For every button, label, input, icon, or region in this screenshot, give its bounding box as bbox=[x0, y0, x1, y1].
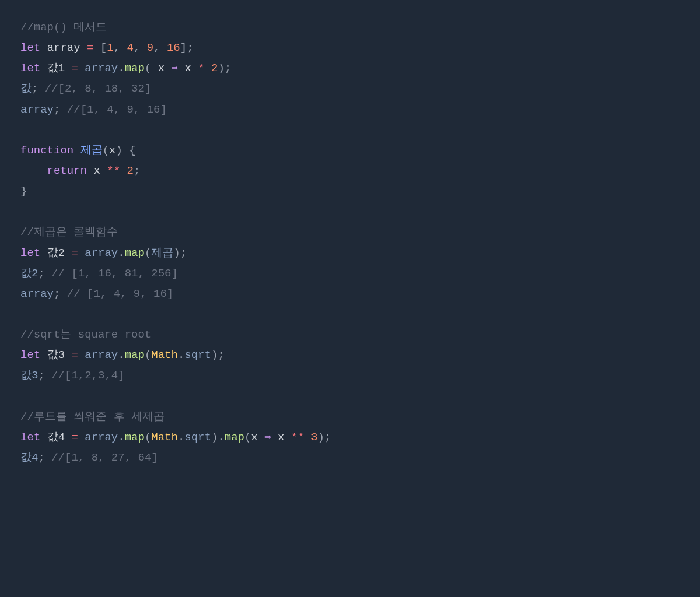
semicolon: ; bbox=[54, 287, 60, 300]
code-line-9: } bbox=[20, 181, 680, 202]
operator: * bbox=[198, 62, 204, 75]
code-line-4: 값; //[2, 8, 18, 32] bbox=[20, 79, 680, 99]
method: map bbox=[125, 431, 145, 444]
property: sqrt bbox=[184, 349, 211, 361]
code-line-11: //제곱은 콜백함수 bbox=[20, 222, 680, 243]
comma: , bbox=[114, 41, 120, 54]
semicolon: ; bbox=[32, 82, 38, 95]
code-line-1: //map() 메서드 bbox=[20, 17, 680, 38]
property: sqrt bbox=[184, 431, 211, 444]
code-line-20: //루트를 씌워준 후 세제곱 bbox=[20, 407, 680, 427]
code-line-blank bbox=[20, 304, 680, 325]
keyword-let: let bbox=[20, 41, 40, 54]
semicolon: ; bbox=[324, 431, 331, 444]
dot: . bbox=[118, 247, 124, 259]
keyword-let: let bbox=[20, 349, 40, 361]
semicolon: ; bbox=[187, 41, 193, 54]
comment: // [1, 4, 9, 16] bbox=[67, 287, 173, 300]
number: 2 bbox=[127, 164, 133, 177]
dot: . bbox=[178, 431, 184, 444]
paren: ) bbox=[218, 62, 224, 75]
function-name: 제곱 bbox=[80, 144, 103, 157]
paren: ) bbox=[116, 144, 122, 157]
operator: ** bbox=[291, 431, 304, 444]
code-editor[interactable]: //map() 메서드 let array = [1, 4, 9, 16]; l… bbox=[20, 17, 680, 468]
keyword-let: let bbox=[20, 247, 40, 259]
operator-eq: = bbox=[71, 431, 78, 444]
paren: ) bbox=[211, 431, 218, 444]
variable: array bbox=[20, 103, 54, 116]
param: x bbox=[109, 144, 116, 157]
code-line-13: 값2; // [1, 16, 81, 256] bbox=[20, 264, 680, 284]
class-name: Math bbox=[151, 349, 178, 361]
semicolon: ; bbox=[218, 349, 224, 361]
keyword-return: return bbox=[47, 164, 87, 177]
dot: . bbox=[178, 349, 184, 361]
indent bbox=[20, 164, 47, 177]
variable: x bbox=[93, 164, 100, 177]
operator-eq: = bbox=[87, 41, 93, 54]
comment: //제곱은 콜백함수 bbox=[20, 226, 118, 238]
variable: 값4 bbox=[47, 431, 65, 444]
comma: , bbox=[153, 41, 160, 54]
comment: //[1,2,3,4] bbox=[51, 369, 124, 382]
operator: ** bbox=[107, 164, 120, 177]
code-line-8: return x ** 2; bbox=[20, 161, 680, 181]
variable: 값3 bbox=[47, 349, 65, 361]
dot: . bbox=[118, 349, 124, 361]
semicolon: ; bbox=[134, 164, 140, 177]
code-line-2: let array = [1, 4, 9, 16]; bbox=[20, 38, 680, 58]
method: map bbox=[125, 62, 145, 75]
semicolon: ; bbox=[180, 247, 187, 259]
paren: ( bbox=[103, 144, 109, 157]
comment: //sqrt는 square root bbox=[20, 328, 151, 341]
semicolon: ; bbox=[38, 369, 44, 382]
variable: x bbox=[184, 62, 191, 75]
number: 3 bbox=[311, 431, 317, 444]
dot: . bbox=[118, 62, 124, 75]
variable: array bbox=[20, 287, 54, 300]
variable: array bbox=[85, 62, 118, 75]
brace: } bbox=[20, 185, 27, 198]
method: map bbox=[125, 247, 145, 259]
paren: ( bbox=[145, 62, 151, 75]
semicolon: ; bbox=[38, 451, 44, 464]
brace: { bbox=[129, 144, 135, 157]
variable: 값1 bbox=[47, 62, 65, 75]
comment: //루트를 씌워준 후 세제곱 bbox=[20, 410, 164, 423]
number: 9 bbox=[147, 41, 153, 54]
param: x bbox=[251, 431, 257, 444]
variable: 값2 bbox=[47, 247, 65, 259]
keyword-let: let bbox=[20, 62, 40, 75]
param: x bbox=[158, 62, 164, 75]
variable: x bbox=[278, 431, 284, 444]
number: 4 bbox=[127, 41, 133, 54]
code-line-blank bbox=[20, 202, 680, 222]
arrow: ⇒ bbox=[172, 62, 178, 75]
callback: 제곱 bbox=[151, 247, 173, 259]
code-line-16: //sqrt는 square root bbox=[20, 325, 680, 345]
keyword-let: let bbox=[20, 431, 40, 444]
variable: 값4 bbox=[20, 451, 38, 464]
semicolon: ; bbox=[54, 103, 60, 116]
paren: ) bbox=[317, 431, 324, 444]
arrow: ⇒ bbox=[264, 431, 271, 444]
paren: ( bbox=[145, 247, 151, 259]
comment: //[2, 8, 18, 32] bbox=[45, 82, 151, 95]
code-line-blank bbox=[20, 387, 680, 407]
semicolon: ; bbox=[38, 267, 44, 280]
variable: array bbox=[85, 431, 118, 444]
code-line-12: let 값2 = array.map(제곱); bbox=[20, 243, 680, 264]
number: 2 bbox=[211, 62, 218, 75]
paren: ( bbox=[145, 349, 151, 361]
variable: 값3 bbox=[20, 369, 38, 382]
code-line-7: function 제곱(x) { bbox=[20, 141, 680, 161]
method: map bbox=[225, 431, 244, 444]
code-line-22: 값4; //[1, 8, 27, 64] bbox=[20, 448, 680, 468]
number: 16 bbox=[167, 41, 180, 54]
code-line-3: let 값1 = array.map( x ⇒ x * 2); bbox=[20, 58, 680, 79]
operator-eq: = bbox=[71, 349, 78, 361]
variable: array bbox=[85, 247, 118, 259]
code-line-blank bbox=[20, 120, 680, 141]
paren: ) bbox=[173, 247, 180, 259]
